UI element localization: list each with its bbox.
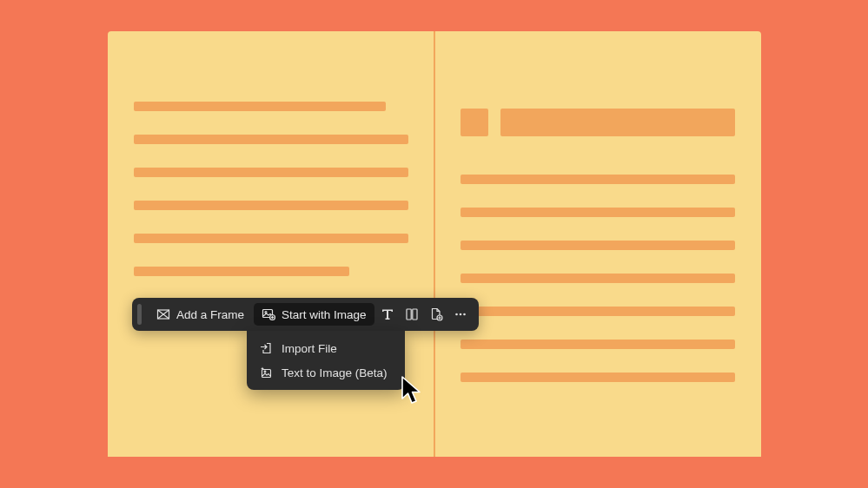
add-frame-button[interactable]: Add a Frame [149, 303, 252, 326]
svg-point-2 [265, 312, 267, 313]
text-line [461, 340, 735, 349]
svg-point-7 [455, 313, 458, 316]
svg-rect-4 [407, 309, 411, 320]
add-frame-label: Add a Frame [176, 308, 244, 321]
page-divider [434, 31, 435, 457]
page-right [434, 31, 761, 457]
ai-image-icon [259, 366, 273, 379]
text-line [461, 241, 735, 250]
floating-toolbar: Add a Frame Start with Image [132, 298, 479, 331]
text-line [134, 234, 408, 243]
text-line [134, 102, 386, 111]
text-icon [381, 307, 394, 321]
add-page-button[interactable] [425, 302, 447, 326]
pages-icon [405, 307, 419, 321]
import-file-item[interactable]: Import File [247, 336, 405, 360]
drag-handle[interactable] [137, 304, 142, 325]
svg-point-11 [264, 371, 266, 373]
text-line [134, 201, 408, 210]
start-with-image-dropdown: Import File Text to Image (Beta) [247, 331, 405, 390]
text-tool-button[interactable] [376, 302, 399, 326]
import-file-label: Import File [282, 342, 337, 355]
image-placeholder [461, 109, 488, 136]
svg-rect-5 [412, 309, 416, 320]
frame-icon [156, 307, 170, 321]
text-line [134, 267, 349, 276]
text-line [461, 175, 735, 184]
pages-tool-button[interactable] [401, 302, 423, 326]
svg-point-9 [463, 313, 466, 316]
text-to-image-label: Text to Image (Beta) [282, 366, 388, 379]
page-left [108, 31, 434, 457]
text-line [461, 208, 735, 217]
text-line [134, 168, 408, 177]
text-line [461, 307, 735, 316]
svg-rect-10 [262, 370, 271, 378]
page-add-icon [429, 307, 443, 321]
start-with-image-label: Start with Image [282, 308, 367, 321]
image-add-icon [262, 307, 275, 321]
ellipsis-icon [454, 307, 467, 321]
text-line [461, 373, 735, 382]
heading-bar [500, 109, 735, 136]
text-to-image-item[interactable]: Text to Image (Beta) [247, 360, 405, 385]
heading-row [461, 109, 735, 136]
more-options-button[interactable] [449, 302, 472, 326]
text-line [461, 274, 735, 283]
text-line [134, 135, 408, 144]
svg-point-8 [459, 313, 461, 316]
start-with-image-button[interactable]: Start with Image [254, 303, 374, 326]
import-icon [259, 341, 273, 355]
cursor-icon [400, 375, 424, 406]
